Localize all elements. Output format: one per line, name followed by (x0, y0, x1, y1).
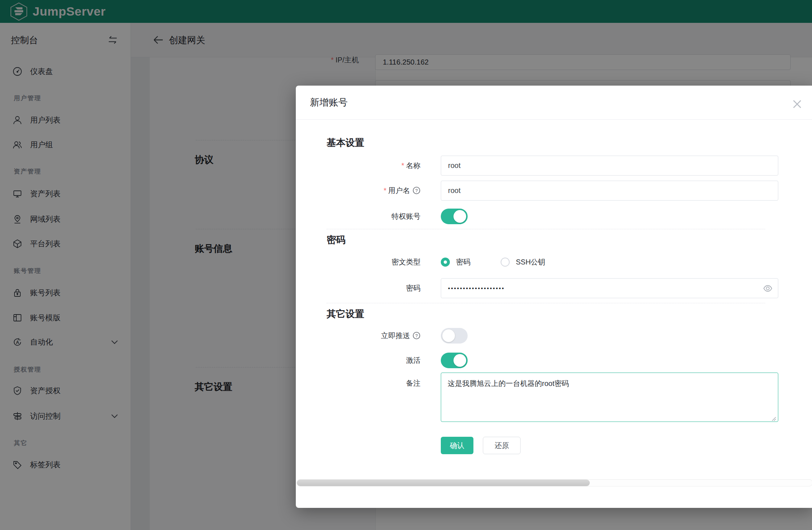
radio-password[interactable] (441, 258, 450, 267)
section-divider (327, 303, 765, 303)
help-icon: ? (413, 186, 420, 194)
help-icon: ? (413, 332, 420, 340)
name-input[interactable] (441, 156, 778, 176)
comment-field-row: 备注 这是我腾旭云上的一台机器的root密码 (327, 373, 765, 423)
section-divider (327, 229, 765, 229)
required-marker: * (384, 186, 386, 194)
add-account-modal: 新增账号 基本设置 *名称 *用户名 ? 特权账号 (296, 86, 812, 508)
modal-actions: 确认 还原 (327, 437, 765, 454)
secret-type-label: 密文类型 (327, 257, 434, 267)
svg-text:?: ? (415, 333, 418, 338)
password-label: 密码 (327, 283, 434, 293)
comment-label: 备注 (327, 373, 434, 388)
required-marker: * (401, 161, 404, 169)
active-field-row: 激活 (327, 353, 765, 368)
push-field-row: 立即推送 ? (327, 328, 765, 344)
username-field-row: *用户名 ? (327, 181, 765, 201)
modal-body: 基本设置 *名称 *用户名 ? 特权账号 密码 密文类型 (296, 136, 812, 454)
radio-ssh-key[interactable] (501, 258, 510, 267)
privileged-label: 特权账号 (327, 211, 434, 221)
comment-textarea[interactable]: 这是我腾旭云上的一台机器的root密码 (441, 373, 778, 422)
modal-title: 新增账号 (310, 86, 348, 119)
other-settings-heading: 其它设置 (327, 308, 765, 320)
confirm-button[interactable]: 确认 (441, 437, 473, 454)
toggle-knob (453, 210, 466, 223)
radio-ssh-key-label[interactable]: SSH公钥 (516, 257, 545, 267)
basic-settings-heading: 基本设置 (327, 136, 765, 149)
close-icon[interactable] (792, 99, 802, 109)
resize-handle-icon[interactable] (771, 416, 776, 421)
radio-password-label[interactable]: 密码 (456, 257, 471, 267)
password-field-row: 密码 (327, 278, 765, 298)
push-label: 立即推送 ? (327, 331, 434, 341)
active-label: 激活 (327, 356, 434, 365)
horizontal-scrollbar[interactable] (297, 479, 812, 486)
secret-type-row: 密文类型 密码 SSH公钥 (327, 254, 765, 270)
eye-icon[interactable] (763, 284, 772, 293)
password-input[interactable] (441, 278, 778, 298)
privileged-field-row: 特权账号 (327, 209, 765, 224)
scrollbar-thumb[interactable] (297, 480, 590, 486)
push-toggle[interactable] (441, 328, 468, 344)
modal-header: 新增账号 (296, 86, 812, 120)
svg-text:?: ? (415, 188, 418, 193)
privileged-toggle[interactable] (441, 209, 468, 224)
active-toggle[interactable] (441, 353, 468, 368)
name-field-row: *名称 (327, 156, 765, 176)
password-heading: 密码 (327, 234, 765, 246)
toggle-knob (442, 329, 455, 342)
name-label: *名称 (327, 161, 434, 170)
reset-button[interactable]: 还原 (483, 437, 521, 454)
username-input[interactable] (441, 181, 778, 201)
toggle-knob (453, 354, 466, 367)
username-label: *用户名 ? (327, 186, 434, 196)
